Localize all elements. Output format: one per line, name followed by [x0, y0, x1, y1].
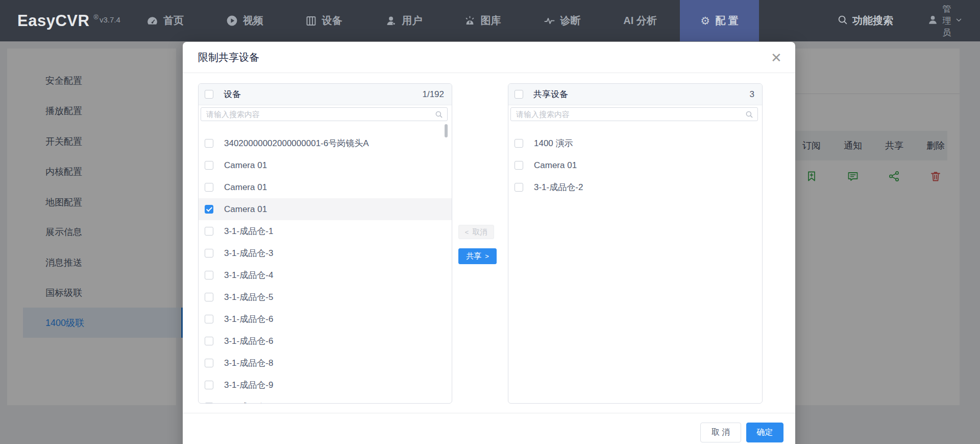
checkbox[interactable] [205, 315, 213, 323]
checkbox[interactable] [205, 337, 213, 345]
device-rack-icon [305, 15, 317, 27]
function-search[interactable]: 功能搜索 [837, 0, 893, 41]
device-list-item[interactable]: Camera 01 [199, 176, 452, 198]
device-list-item[interactable]: 3-1-成品仓-10 [199, 396, 452, 404]
device-label: 3-1-成品仓-6 [224, 335, 273, 347]
transfer-to-target-label: 共享 [466, 251, 481, 261]
checkbox[interactable] [205, 359, 213, 367]
device-list-item[interactable]: 3-1-成品仓-1 [199, 220, 452, 242]
device-label: 3-1-成品仓-4 [224, 269, 273, 281]
source-device-list: 34020000002000000001-6号岗镜头A Camera 01 Ca… [199, 132, 452, 404]
checkbox[interactable] [205, 403, 213, 404]
cancel-button[interactable]: 取 消 [700, 423, 741, 442]
nav-item-devices[interactable]: 设备 [305, 0, 342, 41]
nav-item-home[interactable]: 首页 [146, 0, 184, 41]
checkbox[interactable] [514, 139, 523, 148]
dialog-header: 限制共享设备 ✕ [183, 42, 795, 73]
footer-divider [183, 413, 795, 413]
checkbox[interactable] [205, 227, 213, 236]
device-list-item[interactable]: 3-1-成品仓-6 [199, 330, 452, 352]
user-menu[interactable]: 管理员 [927, 0, 963, 41]
device-list-item-selected[interactable]: Camera 01 [199, 198, 452, 220]
admin-avatar-icon [927, 14, 939, 28]
device-list-item[interactable]: 3-1-成品仓-4 [199, 264, 452, 286]
device-list-item[interactable]: 3-1-成品仓-9 [199, 374, 452, 396]
source-panel-title: 设备 [224, 88, 241, 100]
close-button[interactable]: ✕ [768, 49, 785, 66]
nav-item-label: 图库 [481, 14, 501, 28]
nav-item-label: 首页 [163, 14, 184, 28]
top-nav-bar: EasyCVR ® v3.7.4 首页 视频 设备 用户 图库 [0, 0, 980, 41]
source-list-scrollbar[interactable] [445, 124, 448, 137]
nav-item-video[interactable]: 视频 [226, 0, 263, 41]
device-label: 3-1-成品仓-3 [224, 247, 273, 259]
device-list-item[interactable]: 34020000002000000001-6号岗镜头A [199, 132, 452, 154]
nav-item-label: 配 置 [715, 14, 739, 28]
checkbox[interactable] [205, 271, 213, 279]
nav-item-label: 诊断 [560, 14, 581, 28]
shared-panel-header: 共享设备 3 [508, 84, 762, 105]
shared-search-input[interactable] [510, 107, 758, 121]
app-logo-text: EasyCVR [17, 12, 89, 30]
device-label: 3-1-成品仓-10 [224, 401, 278, 404]
device-list-item[interactable]: 3-1-成品仓-8 [199, 352, 452, 374]
nav-item-configuration-active[interactable]: ⚙ 配 置 [680, 0, 759, 41]
device-label: 34020000002000000001-6号岗镜头A [224, 137, 369, 149]
restrict-shared-devices-dialog: 限制共享设备 ✕ 设备 1/192 34020000002000000001-6… [183, 42, 795, 444]
transfer-to-target-button[interactable]: 共享 > [458, 248, 497, 264]
cancel-button-label: 取 消 [712, 427, 730, 438]
search-icon [745, 110, 754, 119]
nav-item-diagnosis[interactable]: 诊断 [544, 0, 581, 41]
checkbox-checked[interactable] [205, 205, 213, 214]
select-all-shared-checkbox[interactable] [514, 90, 523, 99]
checkbox[interactable] [205, 293, 213, 301]
gear-icon: ⚙ [700, 15, 710, 26]
checkbox[interactable] [514, 183, 523, 192]
device-list-item[interactable]: 3-1-成品仓-3 [199, 242, 452, 264]
source-panel-count: 1/192 [422, 89, 444, 100]
device-label: 3-1-成品仓-1 [224, 225, 273, 237]
nav-item-users[interactable]: 用户 [385, 0, 423, 41]
shared-panel-title: 共享设备 [533, 88, 568, 100]
dialog-title: 限制共享设备 [198, 42, 259, 73]
confirm-button-label: 确定 [757, 427, 773, 438]
device-label: 3-1-成品仓-2 [534, 181, 583, 193]
shared-search [510, 107, 758, 121]
select-all-source-checkbox[interactable] [205, 90, 213, 99]
device-list-item[interactable]: 3-1-成品仓-6 [199, 308, 452, 330]
checkbox[interactable] [205, 381, 213, 389]
device-list-item[interactable]: Camera 01 [199, 154, 452, 176]
device-label: Camera 01 [534, 160, 577, 171]
nav-item-label: 设备 [322, 14, 342, 28]
nav-item-label: 用户 [402, 14, 423, 28]
play-circle-icon [226, 14, 238, 27]
transfer-to-source-button[interactable]: < 取消 [458, 225, 494, 239]
device-label: 3-1-成品仓-5 [224, 291, 273, 303]
chevron-down-icon [955, 16, 963, 26]
checkbox[interactable] [205, 139, 213, 148]
transfer-to-source-label: 取消 [472, 227, 487, 237]
nav-item-label: 视频 [243, 14, 263, 28]
device-list-item[interactable]: 1400 演示 [508, 132, 762, 154]
source-search-input[interactable] [201, 107, 448, 121]
shared-device-list: 1400 演示 Camera 01 3-1-成品仓-2 [508, 132, 762, 404]
checkbox[interactable] [205, 161, 213, 170]
device-list-item[interactable]: Camera 01 [508, 154, 762, 176]
device-label: Camera 01 [224, 204, 267, 215]
nav-item-ai-analysis[interactable]: AI 分析 [623, 0, 657, 41]
checkbox[interactable] [514, 161, 523, 170]
nav-item-gallery[interactable]: 图库 [464, 0, 501, 41]
device-list-item[interactable]: 3-1-成品仓-5 [199, 286, 452, 308]
device-label: 3-1-成品仓-9 [224, 379, 273, 391]
checkbox[interactable] [205, 249, 213, 258]
chevron-right-icon: > [485, 252, 489, 260]
device-list-item[interactable]: 3-1-成品仓-2 [508, 176, 762, 198]
device-label: 1400 演示 [534, 137, 573, 149]
user-icon [385, 15, 398, 27]
search-icon [434, 110, 444, 119]
user-menu-label: 管理员 [943, 3, 951, 38]
confirm-button[interactable]: 确定 [746, 423, 783, 442]
app-version: v3.7.4 [100, 15, 120, 24]
alarm-beacon-icon [464, 15, 476, 27]
checkbox[interactable] [205, 183, 213, 192]
